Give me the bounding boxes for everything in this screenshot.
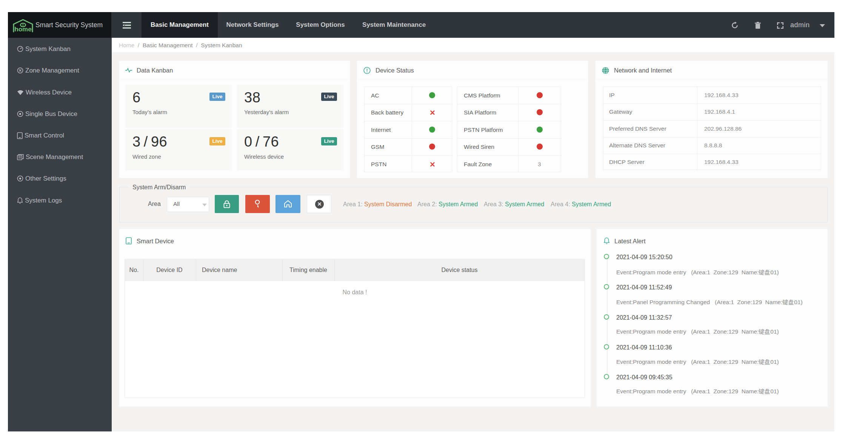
svg-text:home: home [14,26,31,33]
